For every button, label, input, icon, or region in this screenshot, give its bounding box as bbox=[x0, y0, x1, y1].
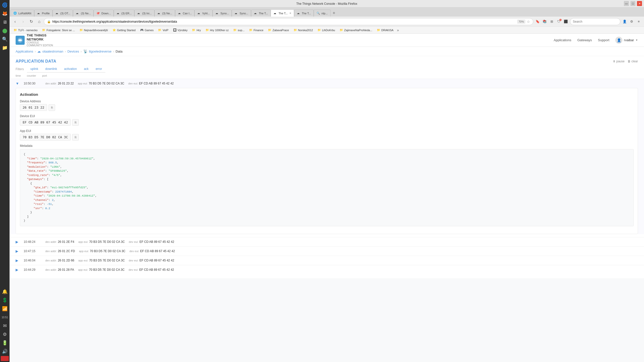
tab-3-ne2[interactable]: ☁ (3) Ne... bbox=[154, 10, 175, 17]
tab-3-ini[interactable]: ☁ (3) Ini... bbox=[134, 10, 154, 17]
data-row-2[interactable]: ▶ 10:47:15 dev addr: 26 01 2C FD app eui… bbox=[10, 246, 644, 256]
tab-ntp[interactable]: 🔍 ntp... bbox=[314, 10, 330, 17]
row-3-toggle-icon[interactable]: ▶ bbox=[16, 258, 20, 262]
pause-button[interactable]: ⏸ pause bbox=[613, 60, 625, 63]
os-icon-dollar[interactable]: 💲 bbox=[1, 296, 9, 304]
bookmark-sup[interactable]: 📁 sup... bbox=[231, 27, 247, 33]
tab-3-ot[interactable]: ☁ (3) OT... bbox=[53, 10, 73, 17]
bookmark-voip[interactable]: 📁 VoIP bbox=[156, 27, 170, 33]
bookmark-hry1000[interactable]: 📁 Hry 1000her cz bbox=[204, 27, 231, 33]
bookmark-games[interactable]: 🎮 Games bbox=[138, 27, 155, 33]
copy-app-eui-button[interactable]: ⎘ bbox=[72, 134, 79, 141]
nav-icon-extra1[interactable]: 👤 bbox=[621, 18, 628, 25]
data-row-3-header[interactable]: ▶ 10:46:04 dev addr: 26 01 2D 66 app eui… bbox=[10, 256, 644, 265]
nav-icon-sync[interactable]: ⬛ bbox=[562, 18, 569, 25]
breadcrumb-devices[interactable]: Devices bbox=[67, 50, 79, 53]
nav-icon-ff-shield[interactable]: 🛡3 bbox=[555, 18, 562, 25]
breadcrumb-app[interactable]: otaatestroman bbox=[42, 50, 63, 53]
breadcrumb-device[interactable]: ttgoeledreverse bbox=[89, 50, 112, 53]
copy-device-address-button[interactable]: ⎘ bbox=[49, 104, 55, 111]
filter-tab-activation[interactable]: activation bbox=[61, 66, 80, 73]
tab-close-icon[interactable]: ✕ bbox=[289, 12, 291, 15]
filter-tab-uplink[interactable]: uplink bbox=[27, 66, 42, 73]
close-button[interactable]: ✕ bbox=[637, 1, 642, 6]
bookmark-foto[interactable]: 📁 Fotogalerie: Sloni se ... bbox=[40, 27, 77, 33]
row-1-toggle-icon[interactable]: ▶ bbox=[16, 240, 20, 244]
ttn-user-menu[interactable]: 👤 rvaibar ▼ bbox=[615, 37, 638, 44]
row-toggle-icon[interactable]: ▼ bbox=[16, 81, 20, 85]
tab-3-er[interactable]: ☁ (3) ER... bbox=[114, 10, 135, 17]
tab-3-ne[interactable]: ☁ (3) Ne... bbox=[73, 10, 94, 17]
os-icon-wifi[interactable]: 📶 bbox=[1, 305, 9, 313]
ttn-nav-gateways[interactable]: Gateways bbox=[577, 38, 592, 42]
os-icon-terminal[interactable]: 🖥 bbox=[1, 18, 9, 26]
tab-down[interactable]: 🐙 Down... bbox=[94, 10, 113, 17]
home-button[interactable]: ⌂ bbox=[36, 18, 43, 25]
os-icon-chrome[interactable]: ⬤ bbox=[1, 27, 9, 35]
data-row-4[interactable]: ▶ 10:44:29 dev addr: 26 01 28 FA app eui… bbox=[10, 265, 644, 274]
tab-lorawwan[interactable]: 🌐 LoRaWAN bbox=[11, 10, 34, 17]
tab-the-t3[interactable]: ☁ The T... bbox=[294, 10, 314, 17]
bookmark-hry[interactable]: 📁 Hry bbox=[190, 27, 203, 33]
bookmark-finance[interactable]: 📁 Finance bbox=[247, 27, 265, 33]
os-icon-battery[interactable]: 🔋 bbox=[1, 339, 9, 347]
data-row-2-header[interactable]: ▶ 10:47:15 dev addr: 26 01 2C FD app eui… bbox=[10, 247, 644, 256]
ttn-nav-applications[interactable]: Applications bbox=[554, 38, 571, 42]
os-icon-search[interactable]: 🔍 bbox=[1, 35, 9, 43]
bookmark-star-icon[interactable]: ☆ bbox=[527, 20, 530, 24]
row-4-toggle-icon[interactable]: ▶ bbox=[16, 268, 20, 272]
forward-button[interactable]: › bbox=[20, 18, 27, 25]
tab-profile[interactable]: ☁ Profile bbox=[34, 10, 53, 17]
row-2-toggle-icon[interactable]: ▶ bbox=[16, 249, 20, 253]
breadcrumb-applications[interactable]: Applications bbox=[16, 50, 33, 53]
data-row-1[interactable]: ▶ 10:48:24 dev addr: 26 01 2E F4 app eui… bbox=[10, 237, 644, 246]
bookmark-tlfi[interactable]: 📁 TLFI - nemecko bbox=[12, 27, 39, 33]
minimize-button[interactable]: — bbox=[624, 1, 629, 6]
tab-the-t2-active[interactable]: ☁ The T... ✕ bbox=[271, 10, 294, 17]
nav-icon-extra2[interactable]: ⚙ bbox=[628, 18, 635, 25]
os-icon-notify[interactable]: 🔔 bbox=[1, 288, 9, 296]
bookmark-lih[interactable]: 📁 LihDoKrbu bbox=[315, 27, 337, 33]
os-icon-mail[interactable]: ✉ bbox=[1, 322, 9, 330]
os-icon-browser[interactable]: 🦊 bbox=[1, 10, 9, 18]
bookmark-drakisa[interactable]: 📁 DRAKISA bbox=[375, 27, 395, 33]
nav-icon-2[interactable]: 📚 bbox=[541, 18, 548, 25]
os-icon-volume[interactable]: 🔊 bbox=[1, 347, 9, 355]
nav-icon-3[interactable]: ⊞ bbox=[548, 18, 555, 25]
filter-tab-error[interactable]: error bbox=[92, 66, 105, 73]
clear-button[interactable]: 🗑 clear bbox=[628, 60, 638, 63]
bookmark-norska[interactable]: 📁 Norska2012 bbox=[292, 27, 315, 33]
tab-syno1[interactable]: ☁ Syno... bbox=[213, 10, 232, 17]
activation-data-row[interactable]: ▼ 10:50:30 dev addr: 26 01 23 22 app eui… bbox=[10, 79, 644, 234]
url-input[interactable] bbox=[52, 20, 516, 23]
copy-device-eui-button[interactable]: ⎘ bbox=[72, 119, 79, 126]
bookmarks-more-button[interactable]: » bbox=[396, 28, 400, 32]
bookmark-zabavaprace[interactable]: 📁 ZabavaPrace bbox=[266, 27, 291, 33]
data-row-3[interactable]: ▶ 10:46:04 dev addr: 26 01 2D 66 app eui… bbox=[10, 256, 644, 265]
filter-tab-ack[interactable]: ack bbox=[80, 66, 92, 73]
tab-can[interactable]: ☁ Can I... bbox=[175, 10, 194, 17]
bookmark-vyrobky[interactable]: 🔲 Výrobky bbox=[171, 27, 190, 33]
bookmark-getting-started[interactable]: ⭐ Getting Started bbox=[110, 27, 138, 33]
search-input[interactable] bbox=[570, 18, 620, 25]
data-row-4-header[interactable]: ▶ 10:44:29 dev addr: 26 01 28 FA app eui… bbox=[10, 265, 644, 274]
activation-row-header[interactable]: ▼ 10:50:30 dev addr: 26 01 23 22 app eui… bbox=[10, 79, 644, 88]
os-icon-settings[interactable]: ⚙ bbox=[1, 330, 9, 338]
tab-vyhl[interactable]: ☁ Vyhl... bbox=[194, 10, 213, 17]
reload-button[interactable]: ↻ bbox=[28, 18, 35, 25]
os-icon-files[interactable]: 📁 bbox=[1, 44, 9, 52]
tab-syno2[interactable]: ☁ Syno... bbox=[232, 10, 251, 17]
nav-icon-extra3[interactable]: ≡ bbox=[635, 18, 642, 25]
os-icon-apps[interactable]: 🌀 bbox=[1, 1, 9, 9]
bookmark-zajimave[interactable]: 📁 ZajimaveNaProhleda... bbox=[338, 27, 374, 33]
nav-icon-1[interactable]: 🔖 bbox=[534, 18, 541, 25]
filter-tab-downlink[interactable]: downlink bbox=[42, 66, 61, 73]
tab-the-t1[interactable]: ☁ The T... bbox=[251, 10, 271, 17]
content-area[interactable]: APPLICATION DATA ⏸ pause 🗑 clear Filters… bbox=[10, 56, 644, 362]
address-bar[interactable]: 🔒 70% ☆ bbox=[44, 18, 533, 25]
new-tab-button[interactable]: + bbox=[331, 10, 338, 17]
ttn-nav-support[interactable]: Support bbox=[598, 38, 610, 42]
maximize-button[interactable]: □ bbox=[630, 1, 635, 6]
data-row-1-header[interactable]: ▶ 10:48:24 dev addr: 26 01 2E F4 app eui… bbox=[10, 237, 644, 246]
bookmark-nejnavst[interactable]: 📁 Nejnavštěvovanější bbox=[77, 27, 110, 33]
